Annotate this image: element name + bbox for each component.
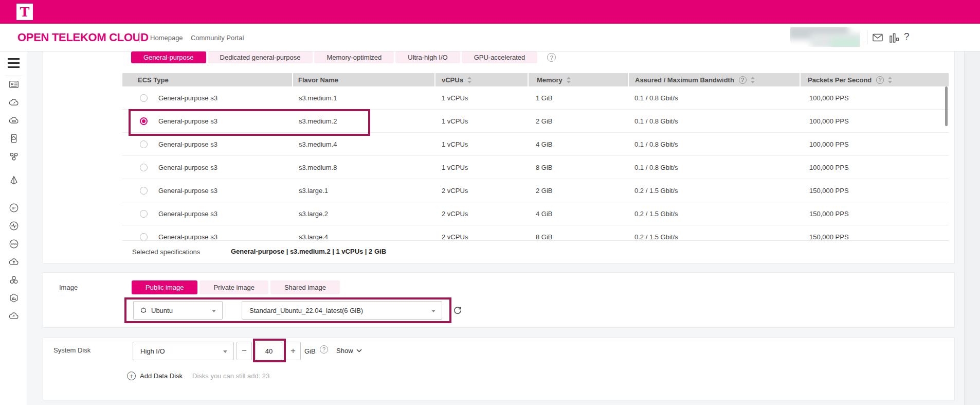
image-section-label: Image: [59, 284, 78, 291]
table-row[interactable]: General-purpose s3 s3.medium.1 1 vCPUs 1…: [122, 86, 949, 110]
flavor-type-tabs: General-purpose Dedicated general-purpos…: [131, 51, 556, 63]
header-divider: [139, 32, 140, 43]
bandwidth-help-icon[interactable]: ?: [739, 76, 747, 84]
column-flavor-name: Flavor Name: [292, 73, 434, 86]
sidebar-item-hex-chart-icon[interactable]: [8, 292, 20, 304]
flavor-radio[interactable]: [140, 210, 148, 218]
sidebar-item-node-cluster-icon[interactable]: [8, 151, 20, 162]
svg-text:DNS: DNS: [11, 242, 17, 245]
column-ecs-type: ECS Type: [122, 73, 292, 86]
selected-specs-label: Selected specifications: [132, 248, 200, 256]
flavor-radio[interactable]: [140, 94, 148, 102]
flavor-table-body: General-purpose s3 s3.medium.1 1 vCPUs 1…: [122, 86, 949, 241]
chevron-down-icon: [223, 350, 227, 353]
table-row[interactable]: General-purpose s3 s3.large.2 2 vCPUs 4 …: [122, 202, 949, 225]
nav-homepage[interactable]: Homepage: [150, 34, 183, 42]
column-memory: Memory: [528, 73, 628, 86]
sidebar-item-cloud-upload-icon[interactable]: [8, 256, 20, 268]
chevron-down-icon: [212, 310, 216, 312]
flavor-radio[interactable]: [140, 233, 148, 241]
table-row-selected[interactable]: General-purpose s3 s3.medium.2 1 vCPUs 2…: [122, 110, 949, 133]
selected-specs-value: General-purpose | s3.medium.2 | 1 vCPUs …: [231, 248, 386, 255]
sidebar-item-eip-icon[interactable]: IP: [8, 202, 20, 214]
tab-dedicated-general-purpose[interactable]: Dedicated general-purpose: [208, 51, 313, 63]
image-select-value: Standard_Ubuntu_22.04_latest(6 GiB): [249, 307, 363, 314]
sidebar-item-ecs-icon[interactable]: [8, 97, 20, 108]
telekom-top-bar: T: [0, 0, 980, 24]
table-scrollbar-thumb[interactable]: [945, 86, 948, 126]
add-data-disk-button[interactable]: Add Data Disk: [140, 372, 183, 380]
sidebar-item-device-cloud-icon[interactable]: [8, 133, 20, 144]
sidebar-item-cloud-server-icon[interactable]: [8, 115, 20, 126]
table-row[interactable]: General-purpose s3 s3.large.1 2 vCPUs 2 …: [122, 179, 949, 202]
sidebar-item-prism-icon[interactable]: [8, 174, 20, 186]
sidebar-item-cloud-sync-icon[interactable]: [8, 310, 20, 322]
ubuntu-icon: [140, 307, 147, 314]
usage-stats-icon[interactable]: [888, 33, 900, 42]
sidebar-item-dns-icon[interactable]: DNS: [8, 238, 20, 250]
table-row[interactable]: General-purpose s3 s3.medium.4 1 vCPUs 4…: [122, 133, 949, 156]
add-data-disk-icon[interactable]: +: [127, 372, 136, 380]
svg-text:IP: IP: [12, 206, 16, 210]
sort-icon[interactable]: [467, 77, 472, 83]
nav-community-portal[interactable]: Community Portal: [191, 34, 244, 42]
flavor-radio-selected[interactable]: [140, 117, 148, 125]
sort-icon[interactable]: [888, 77, 893, 83]
image-version-select[interactable]: Standard_Ubuntu_22.04_latest(6 GiB): [242, 301, 442, 320]
tab-ultra-high-io[interactable]: Ultra-high I/O: [395, 51, 460, 63]
sort-icon[interactable]: [751, 77, 755, 83]
disk-help-icon[interactable]: ?: [320, 345, 328, 354]
flavor-table-header: ECS Type Flavor Name vCPUs Memory Assure…: [122, 73, 949, 86]
telekom-logo[interactable]: T: [16, 4, 33, 20]
os-select-value: Ubuntu: [151, 307, 173, 314]
sidebar-divider: [5, 76, 22, 76]
telekom-logo-t: T: [20, 6, 30, 19]
header-icon-divider: [867, 30, 867, 44]
os-select[interactable]: Ubuntu: [133, 301, 223, 320]
show-expander[interactable]: Show: [336, 347, 362, 355]
refresh-icon[interactable]: [453, 306, 462, 315]
disk-size-input[interactable]: 40: [256, 342, 282, 360]
table-row[interactable]: General-purpose s3 s3.large.4 2 vCPUs 8 …: [122, 225, 949, 241]
column-vcpus: vCPUs: [434, 73, 528, 86]
disk-type-value: High I/O: [140, 347, 165, 355]
flavor-radio[interactable]: [140, 187, 148, 195]
add-data-disk-hint: Disks you can still add: 23: [192, 372, 269, 380]
disk-size-increase-button[interactable]: +: [285, 342, 301, 360]
pps-help-icon[interactable]: ?: [876, 76, 884, 84]
flavor-radio[interactable]: [140, 164, 148, 171]
sort-icon[interactable]: [567, 77, 571, 83]
user-account-blurred[interactable]: [790, 27, 860, 47]
page-scrollbar-track[interactable]: [964, 51, 980, 405]
brand-title[interactable]: OPEN TELEKOM CLOUD: [17, 31, 149, 44]
flavor-tabs-help-icon[interactable]: ?: [547, 53, 556, 62]
mail-icon[interactable]: [872, 33, 883, 42]
chevron-down-icon: [431, 310, 435, 312]
disk-size-unit: GiB: [304, 347, 316, 355]
system-disk-label: System Disk: [53, 346, 90, 354]
tab-private-image[interactable]: Private image: [199, 280, 268, 294]
tab-shared-image[interactable]: Shared image: [270, 280, 340, 294]
sidebar-item-circuit-icon[interactable]: [8, 220, 20, 232]
flavor-radio[interactable]: [140, 140, 148, 148]
help-icon[interactable]: ?: [904, 31, 910, 42]
sidebar-item-dashboard-icon[interactable]: [8, 79, 20, 90]
tab-memory-optimized[interactable]: Memory-optimized: [314, 51, 394, 63]
tab-public-image[interactable]: Public image: [132, 280, 197, 294]
column-bandwidth: Assured / Maximum Bandwidth ?: [628, 73, 800, 86]
chevron-down-icon: [356, 349, 362, 353]
image-tabs: Public image Private image Shared image: [132, 280, 340, 294]
column-pps: Packets Per Second ?: [800, 73, 949, 86]
disk-size-decrease-button[interactable]: −: [237, 342, 252, 360]
sidebar-item-instance-group-icon[interactable]: [8, 274, 20, 286]
table-row[interactable]: General-purpose s3 s3.medium.8 1 vCPUs 8…: [122, 156, 949, 179]
disk-type-select[interactable]: High I/O: [133, 342, 234, 360]
menu-icon[interactable]: [8, 58, 20, 68]
tab-general-purpose[interactable]: General-purpose: [131, 51, 206, 63]
tab-gpu-accelerated[interactable]: GPU-accelerated: [462, 51, 538, 63]
